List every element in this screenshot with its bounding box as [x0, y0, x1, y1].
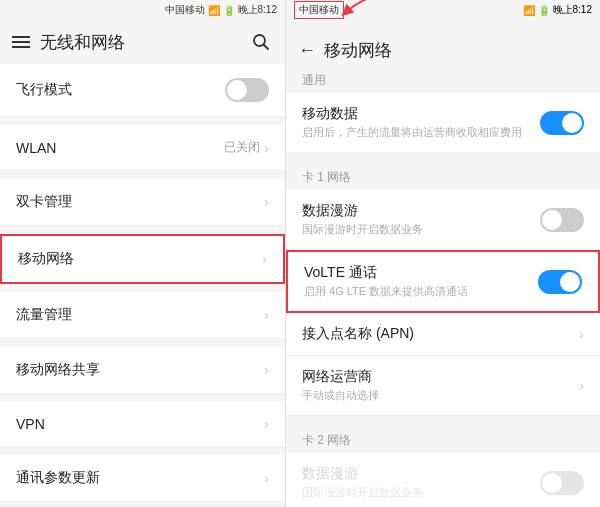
traffic-section: 流量管理 ›: [0, 292, 285, 339]
traffic-right: ›: [264, 307, 269, 323]
right-page-title: 移动网络: [324, 39, 392, 62]
sim1-section-label-container: 卡 1 网络 数据漫游 国际漫游时开启数据业务 VoLTE 通话 启用 4G L…: [286, 161, 600, 416]
right-status-icons: 📶 🔋 晚上8:12: [523, 3, 592, 17]
left-header: 无线和网络: [0, 20, 285, 64]
mobile-data-subtitle: 启用后，产生的流量将由运营商收取相应费用: [302, 125, 540, 140]
right-signal-icon: 📶: [523, 5, 535, 16]
left-status-bar: 中国移动 📶 🔋 晚上8:12: [0, 0, 285, 20]
carrier-text: 网络运营商 手动或自动选择: [302, 368, 579, 403]
general-section-label: 通用: [286, 64, 600, 93]
wlan-label: WLAN: [16, 140, 56, 156]
right-item-apn[interactable]: 接入点名称 (APN) ›: [286, 313, 600, 356]
svg-line-1: [264, 45, 269, 50]
hotspot-section: 移动网络共享 ›: [0, 347, 285, 394]
search-button[interactable]: [249, 30, 273, 54]
vpn-section: VPN ›: [0, 402, 285, 447]
data-roaming-text: 数据漫游 国际漫游时开启数据业务: [302, 202, 540, 237]
mobile-network-chevron: ›: [262, 251, 267, 267]
carrier-chevron: ›: [579, 378, 584, 394]
wlan-section: WLAN 已关闭 ›: [0, 125, 285, 171]
left-status-icons: 中国移动 📶 🔋 晚上8:12: [165, 3, 277, 17]
dual-sim-label: 双卡管理: [16, 193, 72, 211]
carrier-subtitle: 手动或自动选择: [302, 388, 579, 403]
sim1-section: 数据漫游 国际漫游时开启数据业务 VoLTE 通话 启用 4G LTE 数据来提…: [286, 190, 600, 416]
right-item-data-roaming2[interactable]: 数据漫游 国际漫游时开启数据业务: [286, 453, 600, 507]
general-section-label-container: 通用 移动数据 启用后，产生的流量将由运营商收取相应费用: [286, 64, 600, 153]
apn-text: 接入点名称 (APN): [302, 325, 579, 343]
hotspot-right: ›: [264, 362, 269, 378]
back-button[interactable]: ←: [298, 40, 316, 61]
mobile-data-toggle[interactable]: [540, 111, 584, 135]
general-section: 移动数据 启用后，产生的流量将由运营商收取相应费用: [286, 93, 600, 153]
menu-item-hotspot[interactable]: 移动网络共享 ›: [0, 347, 285, 394]
vpn-chevron: ›: [264, 416, 269, 432]
volte-text: VoLTE 通话 启用 4G LTE 数据来提供高清通话: [304, 264, 538, 299]
apn-chevron: ›: [579, 326, 584, 342]
menu-item-airplane[interactable]: 飞行模式: [0, 64, 285, 117]
volte-subtitle: 启用 4G LTE 数据来提供高清通话: [304, 284, 538, 299]
wlan-status: 已关闭: [224, 139, 260, 156]
comm-update-label: 通讯参数更新: [16, 469, 100, 487]
menu-item-dual-sim[interactable]: 双卡管理 ›: [0, 179, 285, 226]
mobile-network-section: 移动网络 ›: [0, 234, 285, 284]
dual-sim-chevron: ›: [264, 194, 269, 210]
mobile-network-label: 移动网络: [18, 250, 74, 268]
mobile-data-text: 移动数据 启用后，产生的流量将由运营商收取相应费用: [302, 105, 540, 140]
comm-update-right: ›: [264, 470, 269, 486]
right-item-mobile-data[interactable]: 移动数据 启用后，产生的流量将由运营商收取相应费用: [286, 93, 600, 153]
data-roaming2-subtitle: 国际漫游时开启数据业务: [302, 485, 540, 500]
right-item-carrier[interactable]: 网络运营商 手动或自动选择 ›: [286, 356, 600, 416]
right-header: ← 移动网络: [286, 20, 600, 64]
right-item-volte[interactable]: VoLTE 通话 启用 4G LTE 数据来提供高清通话: [286, 250, 600, 313]
sim1-section-label: 卡 1 网络: [286, 161, 600, 190]
menu-item-comm-update[interactable]: 通讯参数更新 ›: [0, 455, 285, 502]
left-header-left: 无线和网络: [12, 31, 125, 54]
mobile-data-title: 移动数据: [302, 105, 540, 123]
right-status-bar: 中国移动 ↵ 📶 🔋 晚上8:12: [286, 0, 600, 20]
right-item-data-roaming[interactable]: 数据漫游 国际漫游时开启数据业务: [286, 190, 600, 250]
left-wifi-icon: 📶: [208, 5, 220, 16]
volte-toggle[interactable]: [538, 270, 582, 294]
sim2-section: 数据漫游 国际漫游时开启数据业务 接入点名称 (APN) › 网络运营商: [286, 453, 600, 507]
data-roaming2-title: 数据漫游: [302, 465, 540, 483]
wlan-chevron: ›: [264, 140, 269, 156]
airplane-label: 飞行模式: [16, 81, 72, 99]
mobile-network-right: ›: [262, 251, 267, 267]
comm-update-chevron: ›: [264, 470, 269, 486]
data-roaming-title: 数据漫游: [302, 202, 540, 220]
left-battery-icon: 🔋: [223, 5, 235, 16]
left-page-title: 无线和网络: [40, 31, 125, 54]
right-panel: 中国移动 ↵ 📶 🔋 晚上8:12 ← 移动网络: [286, 0, 600, 507]
comm-update-section: 通讯参数更新 ›: [0, 455, 285, 502]
menu-item-mobile-network[interactable]: 移动网络 ›: [0, 234, 285, 284]
left-menu-content: 飞行模式 WLAN 已关闭 › 双卡管理 ›: [0, 64, 285, 507]
hotspot-label: 移动网络共享: [16, 361, 100, 379]
hotspot-chevron: ›: [264, 362, 269, 378]
dual-sim-section: 双卡管理 ›: [0, 179, 285, 226]
right-header-title: ← 移动网络: [298, 39, 392, 62]
sim2-section-label: 卡 2 网络: [286, 424, 600, 453]
wlan-right: 已关闭 ›: [224, 139, 269, 156]
carrier-title: 网络运营商: [302, 368, 579, 386]
dual-sim-right: ›: [264, 194, 269, 210]
right-content: 通用 移动数据 启用后，产生的流量将由运营商收取相应费用 卡 1 网络 数据漫游: [286, 64, 600, 507]
left-time: 晚上8:12: [238, 3, 277, 17]
red-arrow-svg: [336, 0, 396, 20]
sim2-section-label-container: 卡 2 网络 数据漫游 国际漫游时开启数据业务 接入点名称 (APN) ›: [286, 424, 600, 507]
right-time: 晚上8:12: [553, 3, 592, 17]
airplane-toggle[interactable]: [225, 78, 269, 102]
menu-item-vpn[interactable]: VPN ›: [0, 402, 285, 447]
apn-title: 接入点名称 (APN): [302, 325, 579, 343]
vpn-label: VPN: [16, 416, 45, 432]
left-panel: 中国移动 📶 🔋 晚上8:12 无线和网络 飞行模式: [0, 0, 286, 507]
traffic-label: 流量管理: [16, 306, 72, 324]
data-roaming-toggle[interactable]: [540, 208, 584, 232]
data-roaming2-toggle[interactable]: [540, 471, 584, 495]
menu-item-traffic[interactable]: 流量管理 ›: [0, 292, 285, 339]
volte-title: VoLTE 通话: [304, 264, 538, 282]
right-battery-icon: 🔋: [538, 5, 550, 16]
menu-item-wlan[interactable]: WLAN 已关闭 ›: [0, 125, 285, 171]
left-signal-icon: 中国移动: [165, 3, 205, 17]
traffic-chevron: ›: [264, 307, 269, 323]
menu-icon[interactable]: [12, 36, 30, 48]
